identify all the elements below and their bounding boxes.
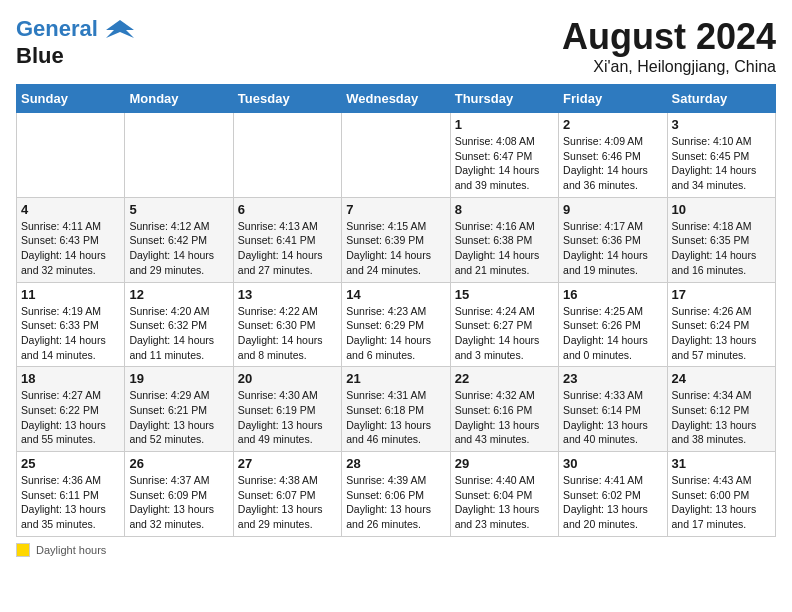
day-info: Sunrise: 4:29 AM Sunset: 6:21 PM Dayligh… — [129, 388, 228, 447]
day-number: 10 — [672, 202, 771, 217]
calendar-cell: 28Sunrise: 4:39 AM Sunset: 6:06 PM Dayli… — [342, 452, 450, 537]
day-number: 29 — [455, 456, 554, 471]
legend-color-box — [16, 543, 30, 557]
day-number: 20 — [238, 371, 337, 386]
day-info: Sunrise: 4:12 AM Sunset: 6:42 PM Dayligh… — [129, 219, 228, 278]
month-year-title: August 2024 — [562, 16, 776, 58]
calendar-cell: 2Sunrise: 4:09 AM Sunset: 6:46 PM Daylig… — [559, 113, 667, 198]
logo-bird-icon — [106, 16, 134, 44]
day-info: Sunrise: 4:43 AM Sunset: 6:00 PM Dayligh… — [672, 473, 771, 532]
calendar-cell: 21Sunrise: 4:31 AM Sunset: 6:18 PM Dayli… — [342, 367, 450, 452]
calendar-header-row: SundayMondayTuesdayWednesdayThursdayFrid… — [17, 85, 776, 113]
calendar-cell: 9Sunrise: 4:17 AM Sunset: 6:36 PM Daylig… — [559, 197, 667, 282]
day-number: 3 — [672, 117, 771, 132]
day-info: Sunrise: 4:11 AM Sunset: 6:43 PM Dayligh… — [21, 219, 120, 278]
day-number: 4 — [21, 202, 120, 217]
day-number: 26 — [129, 456, 228, 471]
calendar-cell: 8Sunrise: 4:16 AM Sunset: 6:38 PM Daylig… — [450, 197, 558, 282]
day-number: 28 — [346, 456, 445, 471]
calendar-cell: 10Sunrise: 4:18 AM Sunset: 6:35 PM Dayli… — [667, 197, 775, 282]
day-info: Sunrise: 4:24 AM Sunset: 6:27 PM Dayligh… — [455, 304, 554, 363]
day-number: 1 — [455, 117, 554, 132]
day-info: Sunrise: 4:13 AM Sunset: 6:41 PM Dayligh… — [238, 219, 337, 278]
calendar-day-header: Wednesday — [342, 85, 450, 113]
logo-general: General — [16, 16, 98, 41]
calendar-cell: 18Sunrise: 4:27 AM Sunset: 6:22 PM Dayli… — [17, 367, 125, 452]
legend-label: Daylight hours — [36, 544, 106, 556]
calendar-cell: 11Sunrise: 4:19 AM Sunset: 6:33 PM Dayli… — [17, 282, 125, 367]
title-block: August 2024 Xi'an, Heilongjiang, China — [562, 16, 776, 76]
calendar-week-row: 4Sunrise: 4:11 AM Sunset: 6:43 PM Daylig… — [17, 197, 776, 282]
calendar-cell: 5Sunrise: 4:12 AM Sunset: 6:42 PM Daylig… — [125, 197, 233, 282]
day-info: Sunrise: 4:38 AM Sunset: 6:07 PM Dayligh… — [238, 473, 337, 532]
day-info: Sunrise: 4:23 AM Sunset: 6:29 PM Dayligh… — [346, 304, 445, 363]
day-info: Sunrise: 4:20 AM Sunset: 6:32 PM Dayligh… — [129, 304, 228, 363]
day-info: Sunrise: 4:32 AM Sunset: 6:16 PM Dayligh… — [455, 388, 554, 447]
calendar-day-header: Tuesday — [233, 85, 341, 113]
calendar-cell: 4Sunrise: 4:11 AM Sunset: 6:43 PM Daylig… — [17, 197, 125, 282]
day-number: 31 — [672, 456, 771, 471]
day-info: Sunrise: 4:40 AM Sunset: 6:04 PM Dayligh… — [455, 473, 554, 532]
calendar-table: SundayMondayTuesdayWednesdayThursdayFrid… — [16, 84, 776, 537]
day-info: Sunrise: 4:09 AM Sunset: 6:46 PM Dayligh… — [563, 134, 662, 193]
day-info: Sunrise: 4:37 AM Sunset: 6:09 PM Dayligh… — [129, 473, 228, 532]
calendar-cell: 27Sunrise: 4:38 AM Sunset: 6:07 PM Dayli… — [233, 452, 341, 537]
calendar-cell: 22Sunrise: 4:32 AM Sunset: 6:16 PM Dayli… — [450, 367, 558, 452]
logo-blue: Blue — [16, 44, 134, 68]
day-number: 13 — [238, 287, 337, 302]
legend: Daylight hours — [16, 543, 776, 557]
day-number: 14 — [346, 287, 445, 302]
day-number: 16 — [563, 287, 662, 302]
calendar-week-row: 1Sunrise: 4:08 AM Sunset: 6:47 PM Daylig… — [17, 113, 776, 198]
calendar-day-header: Thursday — [450, 85, 558, 113]
day-info: Sunrise: 4:19 AM Sunset: 6:33 PM Dayligh… — [21, 304, 120, 363]
day-number: 2 — [563, 117, 662, 132]
calendar-cell: 31Sunrise: 4:43 AM Sunset: 6:00 PM Dayli… — [667, 452, 775, 537]
logo: General Blue — [16, 16, 134, 68]
day-number: 8 — [455, 202, 554, 217]
calendar-day-header: Friday — [559, 85, 667, 113]
day-info: Sunrise: 4:08 AM Sunset: 6:47 PM Dayligh… — [455, 134, 554, 193]
calendar-cell: 12Sunrise: 4:20 AM Sunset: 6:32 PM Dayli… — [125, 282, 233, 367]
calendar-cell: 16Sunrise: 4:25 AM Sunset: 6:26 PM Dayli… — [559, 282, 667, 367]
day-number: 25 — [21, 456, 120, 471]
day-number: 17 — [672, 287, 771, 302]
calendar-week-row: 11Sunrise: 4:19 AM Sunset: 6:33 PM Dayli… — [17, 282, 776, 367]
calendar-cell: 20Sunrise: 4:30 AM Sunset: 6:19 PM Dayli… — [233, 367, 341, 452]
page-header: General Blue August 2024 Xi'an, Heilongj… — [16, 16, 776, 76]
day-number: 18 — [21, 371, 120, 386]
day-number: 11 — [21, 287, 120, 302]
calendar-cell: 14Sunrise: 4:23 AM Sunset: 6:29 PM Dayli… — [342, 282, 450, 367]
day-number: 6 — [238, 202, 337, 217]
day-info: Sunrise: 4:26 AM Sunset: 6:24 PM Dayligh… — [672, 304, 771, 363]
day-info: Sunrise: 4:30 AM Sunset: 6:19 PM Dayligh… — [238, 388, 337, 447]
calendar-cell: 19Sunrise: 4:29 AM Sunset: 6:21 PM Dayli… — [125, 367, 233, 452]
calendar-cell: 13Sunrise: 4:22 AM Sunset: 6:30 PM Dayli… — [233, 282, 341, 367]
day-info: Sunrise: 4:33 AM Sunset: 6:14 PM Dayligh… — [563, 388, 662, 447]
calendar-cell — [125, 113, 233, 198]
calendar-cell: 15Sunrise: 4:24 AM Sunset: 6:27 PM Dayli… — [450, 282, 558, 367]
day-info: Sunrise: 4:16 AM Sunset: 6:38 PM Dayligh… — [455, 219, 554, 278]
day-number: 27 — [238, 456, 337, 471]
calendar-cell: 23Sunrise: 4:33 AM Sunset: 6:14 PM Dayli… — [559, 367, 667, 452]
day-info: Sunrise: 4:17 AM Sunset: 6:36 PM Dayligh… — [563, 219, 662, 278]
calendar-cell: 25Sunrise: 4:36 AM Sunset: 6:11 PM Dayli… — [17, 452, 125, 537]
day-info: Sunrise: 4:34 AM Sunset: 6:12 PM Dayligh… — [672, 388, 771, 447]
calendar-day-header: Saturday — [667, 85, 775, 113]
day-number: 30 — [563, 456, 662, 471]
day-number: 7 — [346, 202, 445, 217]
day-number: 23 — [563, 371, 662, 386]
calendar-day-header: Sunday — [17, 85, 125, 113]
day-number: 21 — [346, 371, 445, 386]
day-info: Sunrise: 4:10 AM Sunset: 6:45 PM Dayligh… — [672, 134, 771, 193]
calendar-cell: 24Sunrise: 4:34 AM Sunset: 6:12 PM Dayli… — [667, 367, 775, 452]
day-info: Sunrise: 4:41 AM Sunset: 6:02 PM Dayligh… — [563, 473, 662, 532]
calendar-cell — [342, 113, 450, 198]
day-number: 12 — [129, 287, 228, 302]
day-number: 9 — [563, 202, 662, 217]
calendar-cell: 7Sunrise: 4:15 AM Sunset: 6:39 PM Daylig… — [342, 197, 450, 282]
day-number: 15 — [455, 287, 554, 302]
day-info: Sunrise: 4:18 AM Sunset: 6:35 PM Dayligh… — [672, 219, 771, 278]
day-info: Sunrise: 4:15 AM Sunset: 6:39 PM Dayligh… — [346, 219, 445, 278]
day-number: 19 — [129, 371, 228, 386]
